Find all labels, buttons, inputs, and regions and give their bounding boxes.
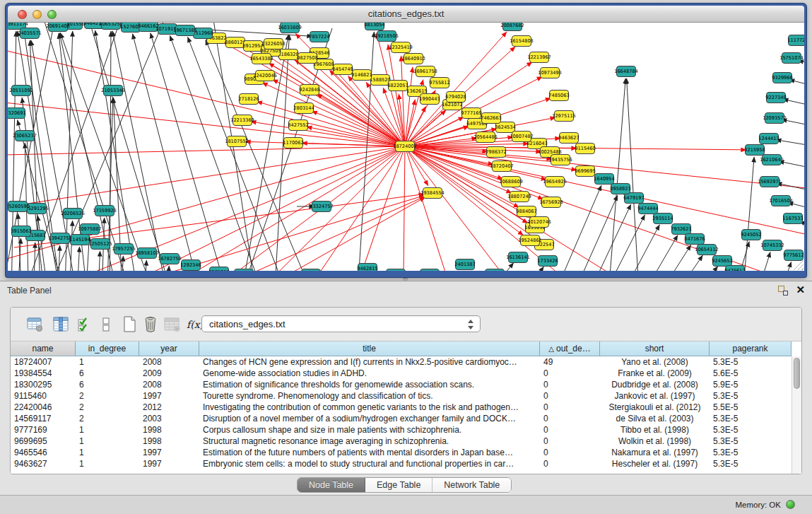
graph-node[interactable]: 15692971 <box>758 177 782 187</box>
select-all-icon[interactable] <box>76 315 94 334</box>
graph-node[interactable]: 1145194 <box>69 235 90 245</box>
graph-node[interactable]: 2935114 <box>652 214 673 224</box>
graph-node[interactable]: 9571958 <box>208 267 229 271</box>
table-row[interactable]: 969969511998Structural magnetic resonanc… <box>11 436 792 447</box>
graph-node[interactable]: 1052357 <box>233 269 254 271</box>
graph-node[interactable]: 20531092 <box>9 86 33 96</box>
table-row[interactable]: 946362711997Embryonic stem cells: a mode… <box>11 458 792 469</box>
graph-node[interactable]: 20206526 <box>61 209 85 219</box>
graph-node[interactable]: 16136141 <box>506 252 530 263</box>
graph-node[interactable]: 9425612 <box>724 266 745 271</box>
new-table-icon[interactable] <box>120 315 139 334</box>
graph-node[interactable]: 10654112 <box>695 245 719 255</box>
graph-node[interactable]: 16756928 <box>539 197 563 208</box>
graph-node[interactable]: 9775612 <box>783 250 804 261</box>
graph-node[interactable]: 9474444 <box>637 204 658 214</box>
graph-node[interactable]: 9462815 <box>357 264 377 271</box>
delete-rows-icon[interactable] <box>141 315 160 334</box>
graph-node[interactable]: 1170062 <box>283 138 303 148</box>
graph-node[interactable]: 8471676 <box>684 234 705 245</box>
graph-node[interactable]: 7932621 <box>671 224 691 235</box>
graph-node[interactable]: 2803144 <box>293 103 314 114</box>
graph-node[interactable]: 12213967 <box>527 52 551 63</box>
network-canvas[interactable]: 1052357111568111177251145194116753311700… <box>8 23 804 271</box>
graph-node[interactable]: 8454749 <box>332 64 353 75</box>
graph-node[interactable]: 9777169 <box>461 108 481 119</box>
column-header-title[interactable]: title <box>199 341 540 356</box>
column-header-name[interactable]: name <box>11 341 76 356</box>
graph-node[interactable]: 13942757 <box>48 233 72 244</box>
table-row[interactable]: 977716911998Corpus callosum shape and si… <box>11 424 792 436</box>
graph-node[interactable]: 12505125 <box>88 239 112 250</box>
table-row[interactable]: 1872400712008Changes of HCN gene express… <box>11 356 792 368</box>
tab-edge-table[interactable]: Edge Table <box>365 478 433 492</box>
graph-node[interactable]: 18807249 <box>507 192 531 202</box>
tab-network-table[interactable]: Network Table <box>433 478 511 492</box>
delete-table-icon[interactable] <box>163 315 182 334</box>
graph-node[interactable]: 17016504 <box>769 196 793 206</box>
graph-node[interactable]: 17957255 <box>112 244 136 255</box>
graph-node[interactable]: 2401387 <box>454 259 475 270</box>
column-header-pagerank[interactable]: pagerank <box>710 341 792 356</box>
table-settings-icon[interactable] <box>26 315 45 334</box>
graph-node[interactable]: 7986372 <box>486 147 506 158</box>
graph-node[interactable]: 20691406 <box>46 23 70 32</box>
graph-node[interactable]: 19654923 <box>543 177 567 187</box>
graph-node[interactable]: 19218506 <box>375 31 399 42</box>
graph-node[interactable]: 9755812 <box>429 78 449 88</box>
graph-node[interactable]: 16154808 <box>510 36 534 47</box>
graph-node[interactable]: 1167533 <box>782 214 803 224</box>
graph-node[interactable]: 1292346 <box>180 260 201 271</box>
tab-node-table[interactable]: Node Table <box>298 478 365 492</box>
table-row[interactable]: 911546021997Tourette syndrome. Phenomeno… <box>11 390 792 402</box>
column-header-short[interactable]: short <box>600 341 710 356</box>
graph-node[interactable]: 16958107 <box>135 248 159 259</box>
graph-node[interactable]: 10975887 <box>78 224 102 235</box>
graph-node[interactable]: 9329966 <box>772 73 792 83</box>
table-row[interactable]: 1938455462009Genome-wide association stu… <box>11 368 792 379</box>
graph-node[interactable]: 20087682 <box>500 23 524 31</box>
graph-node[interactable]: 8135545 <box>300 269 321 271</box>
graph-node[interactable]: 12213369 <box>230 115 254 126</box>
graph-node[interactable]: 19384554 <box>420 188 445 199</box>
close-panel-icon[interactable]: ✕ <box>796 284 805 296</box>
graph-node[interactable]: 10122115 <box>418 269 442 271</box>
graph-node[interactable]: 1990443 <box>419 94 440 105</box>
graph-node[interactable]: 10807487 <box>510 132 534 142</box>
graph-node[interactable]: 12093572 <box>763 113 787 124</box>
graph-node[interactable]: 2320691 <box>8 108 26 119</box>
scrollbar-thumb[interactable] <box>794 358 800 389</box>
column-header-out_de[interactable]: △out_de… <box>540 341 600 356</box>
graph-node[interactable]: 1244413 <box>758 134 779 144</box>
graph-node[interactable]: 16543382 <box>249 54 273 64</box>
graph-node[interactable]: 10973493 <box>538 68 562 78</box>
graph-node[interactable]: 7485063 <box>548 90 569 101</box>
graph-node[interactable]: 19435756 <box>548 155 572 165</box>
graph-node[interactable]: 18724007 <box>393 141 417 152</box>
graph-node[interactable]: 7462663 <box>481 113 501 124</box>
graph-node[interactable]: 9463627 <box>558 133 579 144</box>
graph-node[interactable]: 23065237 <box>13 131 37 141</box>
graph-node[interactable]: 9227349 <box>765 93 786 103</box>
graph-node[interactable]: 10745332 <box>760 240 784 251</box>
graph-node[interactable]: 16961758 <box>413 66 437 77</box>
graph-node[interactable]: 21053346 <box>101 86 125 96</box>
column-header-year[interactable]: year <box>139 341 199 356</box>
graph-node[interactable]: 8186328 <box>278 49 298 60</box>
table-row[interactable]: 2242004622012Investigating the contribut… <box>11 402 792 413</box>
graph-node[interactable]: 1640954 <box>594 174 614 185</box>
graph-node[interactable]: 9245652 <box>712 256 732 267</box>
graph-node[interactable]: 9827508 <box>297 53 317 64</box>
table-row[interactable]: 946554611997Estimation of the future num… <box>11 447 792 458</box>
graph-node[interactable]: 24035571 <box>18 28 42 39</box>
graph-node[interactable]: 1117725 <box>787 35 804 46</box>
graph-node[interactable]: 9242848 <box>299 85 319 95</box>
graph-node[interactable]: 10688609 <box>499 177 523 187</box>
graph-node[interactable]: 16782759 <box>158 254 182 264</box>
graph-node[interactable]: 9115460 <box>575 144 595 154</box>
graph-node[interactable]: 19671385 <box>173 25 197 36</box>
graph-node[interactable]: 9245052 <box>741 230 761 240</box>
graph-node[interactable]: 8813054 <box>364 23 384 30</box>
graph-node[interactable]: 25260590 <box>8 201 30 212</box>
graph-node[interactable]: 9146821 <box>351 70 372 81</box>
